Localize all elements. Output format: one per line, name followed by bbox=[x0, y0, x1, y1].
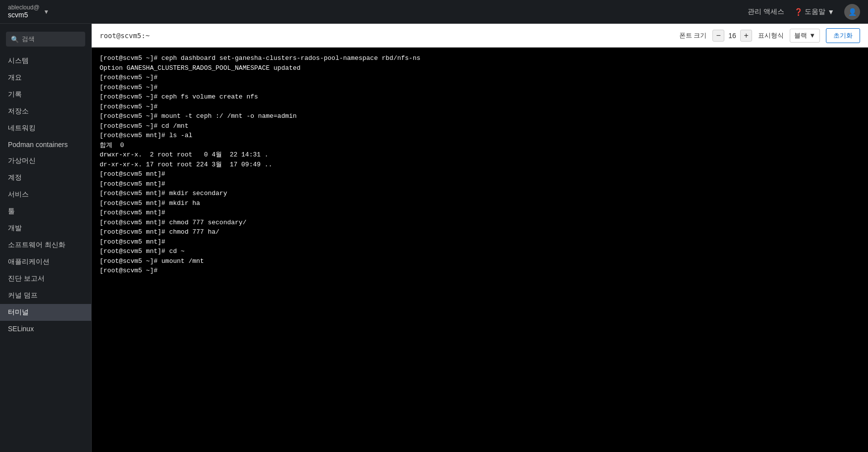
font-decrease-button[interactable]: − bbox=[712, 30, 724, 42]
sidebar-item-app[interactable]: 애플리케이션 bbox=[0, 253, 91, 270]
terminal-line: [root@scvm5 mnt]# bbox=[100, 208, 860, 218]
terminal-line: [root@scvm5 mnt]# bbox=[100, 169, 860, 179]
sidebar-item-storage[interactable]: 저장소 bbox=[0, 103, 91, 120]
sidebar-item-kernel[interactable]: 커널 덤프 bbox=[0, 287, 91, 304]
sidebar-item-network[interactable]: 네트워킹 bbox=[0, 120, 91, 137]
terminal-line: [root@scvm5 mnt]# mkdir secondary bbox=[100, 189, 860, 199]
sidebar-item-label-app: 애플리케이션 bbox=[8, 257, 50, 265]
sidebar-item-label-storage: 저장소 bbox=[8, 107, 29, 115]
sidebar-item-label-selinux: SELinux bbox=[8, 325, 34, 333]
brand-chevron-icon[interactable]: ▼ bbox=[44, 8, 50, 15]
help-chevron-icon: ▼ bbox=[827, 8, 834, 16]
top-nav-right: 관리 액세스 ❓ 도움말 ▼ 👤 bbox=[748, 4, 860, 20]
terminal-line: [root@scvm5 mnt]# bbox=[100, 179, 860, 189]
sidebar-search-container: 🔍 검색 bbox=[0, 28, 91, 50]
terminal-line: Option GANESHA_CLUSTERS_RADOS_POOL_NAMES… bbox=[100, 63, 860, 73]
sidebar-item-label-system: 시스템 bbox=[8, 56, 29, 64]
search-icon: 🔍 bbox=[11, 36, 19, 43]
sidebar-item-terminal[interactable]: 터미널 bbox=[0, 304, 91, 321]
sidebar-item-label-service: 서비스 bbox=[8, 190, 29, 198]
terminal-line: [root@scvm5 ~]# mount -t ceph :/ /mnt -o… bbox=[100, 111, 860, 121]
display-label: 표시형식 bbox=[758, 31, 784, 40]
sidebar-item-label-diagnostic: 진단 보고서 bbox=[8, 274, 45, 282]
top-nav: ablecloud@ scvm5 ▼ 관리 액세스 ❓ 도움말 ▼ 👤 bbox=[0, 0, 868, 24]
terminal-line: [root@scvm5 ~]# ceph dashboard set-ganes… bbox=[100, 53, 860, 63]
terminal-line: [root@scvm5 mnt]# bbox=[100, 237, 860, 247]
search-placeholder: 검색 bbox=[22, 35, 35, 44]
sidebar-item-overview[interactable]: 개요 bbox=[0, 69, 91, 86]
sidebar-item-software[interactable]: 소프트웨어 최신화 bbox=[0, 237, 91, 253]
sidebar-item-selinux[interactable]: SELinux bbox=[0, 321, 91, 337]
main-layout: 🔍 검색 시스템 개요 기록 저장소 네트워킹 Podman container… bbox=[0, 24, 868, 452]
search-input-area[interactable]: 🔍 검색 bbox=[6, 32, 85, 47]
terminal-line: dr-xr-xr-x. 17 root root 224 3월 17 09:49… bbox=[100, 160, 860, 170]
sidebar-item-label-dev: 개발 bbox=[8, 224, 22, 232]
terminal-line: [root@scvm5 mnt]# mkdir ha bbox=[100, 199, 860, 208]
content-area: root@scvm5:~ 폰트 크기 − 16 + 표시형식 블랙 ▼ 초기화 … bbox=[92, 24, 868, 452]
sidebar-item-logs[interactable]: 기록 bbox=[0, 86, 91, 103]
display-chevron-icon: ▼ bbox=[809, 32, 815, 39]
terminal-line: [root@scvm5 mnt]# cd ~ bbox=[100, 247, 860, 256]
terminal-line: [root@scvm5 ~]# bbox=[100, 266, 860, 276]
sidebar-item-label-software: 소프트웨어 최신화 bbox=[8, 241, 65, 249]
font-size-control: − 16 + bbox=[712, 30, 752, 42]
sidebar-item-tools[interactable]: 툴 bbox=[0, 203, 91, 220]
question-icon: ❓ bbox=[794, 8, 803, 16]
sidebar-item-label-overview: 개요 bbox=[8, 73, 22, 81]
font-size-label: 폰트 크기 bbox=[679, 31, 707, 40]
terminal-line: [root@scvm5 ~]# bbox=[100, 83, 860, 93]
terminal-line: 합계 0 bbox=[100, 141, 860, 151]
terminal-prompt-label: root@scvm5:~ bbox=[100, 32, 150, 40]
terminal-body[interactable]: [root@scvm5 ~]# ceph dashboard set-ganes… bbox=[92, 48, 868, 452]
reset-button[interactable]: 초기화 bbox=[826, 28, 860, 43]
terminal-line: [root@scvm5 ~]# bbox=[100, 73, 860, 83]
sidebar-item-label-virtual: 가상머신 bbox=[8, 156, 36, 164]
terminal-line: [root@scvm5 ~]# umount /mnt bbox=[100, 256, 860, 266]
sidebar-item-diagnostic[interactable]: 진단 보고서 bbox=[0, 270, 91, 287]
help-label: 도움말 bbox=[805, 7, 825, 16]
sidebar-item-label-logs: 기록 bbox=[8, 90, 22, 98]
terminal-line: drwxr-xr-x. 2 root root 0 4월 22 14:31 . bbox=[100, 150, 860, 160]
sidebar: 🔍 검색 시스템 개요 기록 저장소 네트워킹 Podman container… bbox=[0, 24, 92, 452]
sidebar-item-account[interactable]: 계정 bbox=[0, 169, 91, 186]
user-avatar[interactable]: 👤 bbox=[844, 4, 860, 20]
sidebar-item-service[interactable]: 서비스 bbox=[0, 186, 91, 203]
terminal-line: [root@scvm5 mnt]# chmod 777 ha/ bbox=[100, 227, 860, 237]
terminal-toolbar: root@scvm5:~ 폰트 크기 − 16 + 표시형식 블랙 ▼ 초기화 bbox=[92, 24, 868, 48]
terminal-line: [root@scvm5 mnt]# chmod 777 secondary/ bbox=[100, 218, 860, 228]
brand-hostname: scvm5 bbox=[8, 11, 40, 19]
terminal-line: [root@scvm5 ~]# bbox=[100, 102, 860, 112]
top-nav-left: ablecloud@ scvm5 ▼ bbox=[8, 4, 49, 19]
admin-access-link[interactable]: 관리 액세스 bbox=[748, 7, 784, 16]
brand-info: ablecloud@ scvm5 bbox=[8, 4, 40, 19]
sidebar-item-label-terminal: 터미널 bbox=[8, 308, 29, 316]
sidebar-item-system[interactable]: 시스템 bbox=[0, 52, 91, 69]
help-button[interactable]: ❓ 도움말 ▼ bbox=[794, 7, 834, 16]
sidebar-item-podman[interactable]: Podman containers bbox=[0, 137, 91, 152]
sidebar-item-label-account: 계정 bbox=[8, 173, 22, 181]
display-select[interactable]: 블랙 ▼ bbox=[790, 29, 820, 43]
sidebar-item-label-podman: Podman containers bbox=[8, 141, 68, 149]
brand-email: ablecloud@ bbox=[8, 4, 40, 11]
font-increase-button[interactable]: + bbox=[740, 30, 752, 42]
terminal-line: [root@scvm5 ~]# ceph fs volume create nf… bbox=[100, 92, 860, 102]
sidebar-item-label-tools: 툴 bbox=[8, 207, 15, 215]
sidebar-item-virtual[interactable]: 가상머신 bbox=[0, 152, 91, 169]
sidebar-item-dev[interactable]: 개발 bbox=[0, 220, 91, 237]
sidebar-item-label-kernel: 커널 덤프 bbox=[8, 291, 38, 299]
display-value: 블랙 bbox=[794, 31, 807, 40]
terminal-line: [root@scvm5 mnt]# ls -al bbox=[100, 131, 860, 141]
terminal-line: [root@scvm5 ~]# cd /mnt bbox=[100, 121, 860, 131]
font-size-value: 16 bbox=[727, 32, 737, 40]
sidebar-item-label-network: 네트워킹 bbox=[8, 124, 36, 132]
